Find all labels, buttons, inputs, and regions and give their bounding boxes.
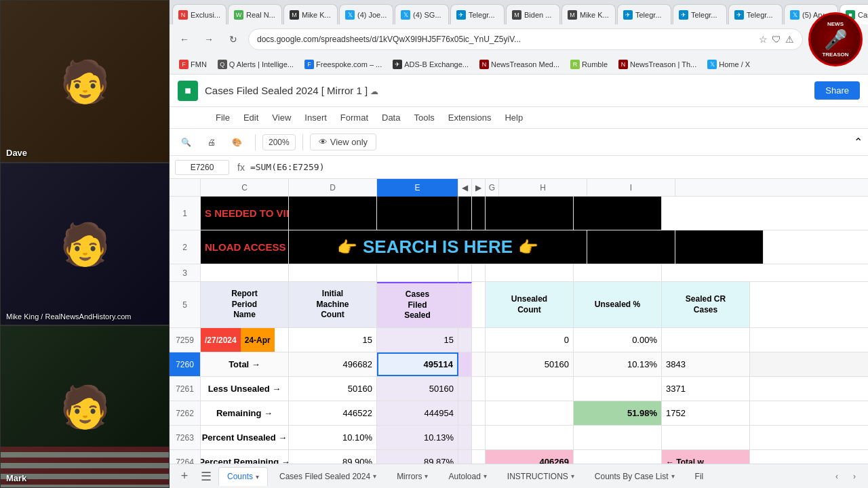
cell-7261-h xyxy=(486,377,574,401)
print-toolbar-btn[interactable]: 🖨 xyxy=(201,134,222,150)
cell-7259-h: 0 xyxy=(486,328,574,352)
col-nav-left[interactable]: ◀ xyxy=(458,179,472,196)
url-text: docs.google.com/spreadsheets/d/1kVQwX9I9… xyxy=(257,35,759,44)
sheet-tab-instructions[interactable]: INSTRUCTIONS ▾ xyxy=(498,467,583,486)
cell-reference-input[interactable] xyxy=(175,160,229,175)
menu-extensions[interactable]: Extensions xyxy=(443,110,497,125)
tab-biden[interactable]: M Biden ... xyxy=(506,4,560,24)
counts-by-case-tab-menu-icon[interactable]: ▾ xyxy=(671,472,675,480)
star-icon[interactable]: ☆ xyxy=(759,34,768,45)
menu-help[interactable]: Help xyxy=(499,110,528,125)
menu-data[interactable]: Data xyxy=(376,110,406,125)
sheets-logo: ■ xyxy=(178,81,198,101)
address-bar[interactable]: docs.google.com/spreadsheets/d/1kVQwX9I9… xyxy=(248,28,803,50)
autoload-tab-menu-icon[interactable]: ▾ xyxy=(484,472,487,480)
paint-toolbar-btn[interactable]: 🎨 xyxy=(226,134,248,150)
rownum-5: 5 xyxy=(170,282,201,327)
bookmark-newstreason1[interactable]: N NewsTreason Med... xyxy=(475,58,564,70)
col-header-c[interactable]: C xyxy=(201,179,289,197)
bookmark-rumble[interactable]: R Rumble xyxy=(566,58,612,70)
cell-7260-e[interactable]: 495114 xyxy=(377,352,458,376)
bookmark-fmn[interactable]: F FMN xyxy=(175,58,211,70)
counts-tab-menu-icon[interactable]: ▾ xyxy=(256,473,259,481)
tab-exclusi[interactable]: N Exclusi... xyxy=(172,4,226,24)
cell-7260-i: 10.13% xyxy=(574,352,662,376)
tab-joe[interactable]: 𝕏 (4) Joe... xyxy=(339,4,393,24)
cell-3-c xyxy=(201,264,289,281)
warning-icon: ⚠ xyxy=(785,34,794,45)
row-7259: 7259 /27/2024 24-Apr 15 15 0 0.00% xyxy=(170,328,868,352)
tab-mikek1[interactable]: M Mike K... xyxy=(283,4,338,24)
bookmark-icon-freespoke: F xyxy=(304,60,314,69)
menu-tools[interactable]: Tools xyxy=(408,110,439,125)
cell-7261-nav xyxy=(458,377,472,401)
cell-1-h xyxy=(486,197,574,230)
mirrors-tab-menu-icon[interactable]: ▾ xyxy=(425,472,428,480)
view-only-button[interactable]: 👁 View only xyxy=(310,134,376,150)
menu-edit[interactable]: Edit xyxy=(238,110,264,125)
menu-view[interactable]: View xyxy=(267,110,296,125)
col-header-e[interactable]: E xyxy=(377,179,458,197)
menu-file[interactable]: File xyxy=(210,110,235,125)
sheet-menu-button[interactable]: ☰ xyxy=(197,467,216,486)
add-sheet-button[interactable]: + xyxy=(175,467,194,486)
instructions-tab-menu-icon[interactable]: ▾ xyxy=(571,472,574,480)
tab-nav-next-button[interactable]: › xyxy=(846,468,863,485)
tab-telegr1[interactable]: ✈ Telegr... xyxy=(450,4,505,24)
tab-sg[interactable]: 𝕏 (4) SG... xyxy=(395,4,449,24)
col-header-i[interactable]: I xyxy=(587,179,675,197)
bookmark-adsb[interactable]: ✈ ADS-B Exchange... xyxy=(389,58,473,70)
tab-telegr2[interactable]: ✈ Telegr... xyxy=(617,4,671,24)
news-treason-logo: NEWS 🎤 TREASON xyxy=(808,12,863,66)
col-nav-right[interactable]: ▶ xyxy=(472,179,486,196)
col-header-g[interactable]: G xyxy=(486,179,499,197)
bookmark-qalerts[interactable]: Q Q Alerts | Intellige... xyxy=(214,58,298,70)
row-5: 5 ReportPeriodName InitialMachineCount C… xyxy=(170,282,868,328)
cell-7262-h xyxy=(486,401,574,425)
cell-7259-nav xyxy=(458,328,472,352)
cell-2-h xyxy=(587,230,675,264)
menu-format[interactable]: Format xyxy=(335,110,374,125)
bookmark-newstreason2[interactable]: N NewsTreason | Th... xyxy=(614,58,701,70)
sheet-tab-counts[interactable]: Counts ▾ xyxy=(218,467,268,486)
sheet-tab-fil[interactable]: Fil xyxy=(686,467,713,486)
mark-label: Mark xyxy=(6,473,26,483)
mike-label: Mike King / RealNewsAndHistory.com xyxy=(6,312,131,321)
tab-telegr4[interactable]: ✈ Telegr... xyxy=(728,4,783,24)
tab-realn[interactable]: W Real N... xyxy=(228,4,282,24)
menu-insert[interactable]: Insert xyxy=(299,110,332,125)
cell-5-g xyxy=(472,282,486,327)
cell-5-c: ReportPeriodName xyxy=(201,282,289,327)
rownum-7260: 7260 xyxy=(170,352,201,376)
tab-telegr3[interactable]: ✈ Telegr... xyxy=(673,4,727,24)
tab-favicon-telegr4: ✈ xyxy=(734,10,744,20)
cell-7262-i: 51.98% xyxy=(574,401,662,425)
tab-favicon-telegr2: ✈ xyxy=(623,10,633,20)
formula-bar: fx =SUM(E6:E7259) xyxy=(170,156,868,179)
share-button[interactable]: Share xyxy=(814,81,860,100)
cell-2-i xyxy=(675,230,764,264)
bookmark-freespoke[interactable]: F Freespoke.com – ... xyxy=(300,58,386,70)
bookmark-homex[interactable]: 𝕏 Home / X xyxy=(703,58,754,70)
toolbar-collapse-btn[interactable]: ⌃ xyxy=(854,136,863,148)
forward-button[interactable]: → xyxy=(199,30,218,49)
sheet-tab-autoload[interactable]: Autoload ▾ xyxy=(439,467,495,486)
arrow-left-icon: 👉 xyxy=(337,238,357,257)
cell-2-c: NLOAD ACCESS xyxy=(201,230,289,264)
search-toolbar-btn[interactable]: 🔍 xyxy=(175,134,197,150)
zoom-selector[interactable]: 200% xyxy=(262,134,296,150)
col-header-d[interactable]: D xyxy=(289,179,377,197)
dave-label: Dave xyxy=(6,148,27,158)
tab-mikek2[interactable]: M Mike K... xyxy=(561,4,616,24)
mark-video: 🧑 Mark xyxy=(0,325,170,488)
sheet-tab-cases-filed[interactable]: Cases Filed Sealed 2024 ▾ xyxy=(271,467,385,486)
tab-nav-prev-button[interactable]: ‹ xyxy=(829,468,845,485)
sheet-tab-counts-by-case[interactable]: Counts By Case List ▾ xyxy=(586,467,684,486)
refresh-button[interactable]: ↻ xyxy=(224,30,243,49)
col-header-h[interactable]: H xyxy=(499,179,587,197)
cases-tab-menu-icon[interactable]: ▾ xyxy=(373,472,376,480)
date-highlight: /27/2024 xyxy=(201,328,241,352)
back-button[interactable]: ← xyxy=(175,30,194,49)
sheet-tab-mirrors[interactable]: Mirrors ▾ xyxy=(388,467,437,486)
search-is-here-text: SEARCH IS HERE xyxy=(363,237,513,258)
